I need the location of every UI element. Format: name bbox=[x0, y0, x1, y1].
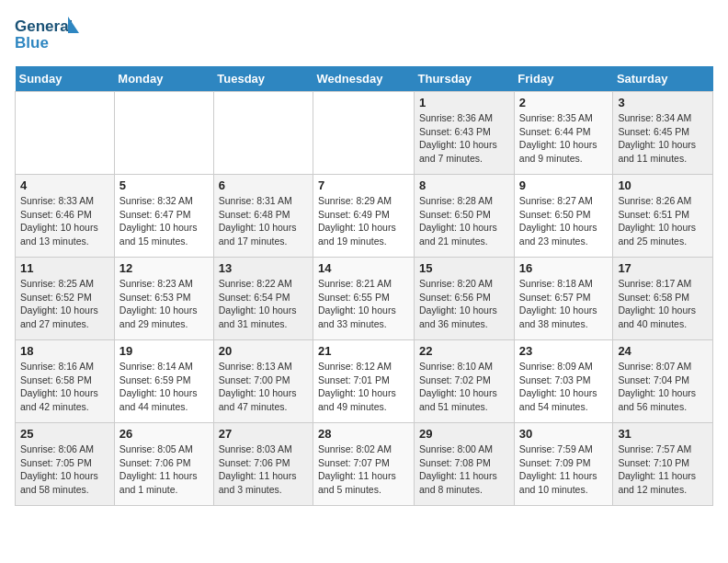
calendar-cell: 17Sunrise: 8:17 AM Sunset: 6:58 PM Dayli… bbox=[613, 258, 713, 340]
calendar-cell: 18Sunrise: 8:16 AM Sunset: 6:58 PM Dayli… bbox=[16, 340, 115, 423]
day-number: 14 bbox=[318, 261, 409, 275]
week-row-4: 18Sunrise: 8:16 AM Sunset: 6:58 PM Dayli… bbox=[16, 340, 713, 423]
day-number: 30 bbox=[519, 427, 609, 441]
day-number: 21 bbox=[318, 344, 409, 358]
week-row-1: 1Sunrise: 8:36 AM Sunset: 6:43 PM Daylig… bbox=[16, 92, 713, 175]
calendar-cell: 26Sunrise: 8:05 AM Sunset: 7:06 PM Dayli… bbox=[114, 423, 213, 506]
calendar-cell bbox=[114, 92, 213, 175]
calendar-table: SundayMondayTuesdayWednesdayThursdayFrid… bbox=[15, 66, 713, 506]
day-info: Sunrise: 7:59 AM Sunset: 7:09 PM Dayligh… bbox=[519, 442, 609, 497]
calendar-cell: 11Sunrise: 8:25 AM Sunset: 6:52 PM Dayli… bbox=[16, 258, 115, 340]
weekday-header-monday: Monday bbox=[114, 66, 213, 92]
day-info: Sunrise: 8:26 AM Sunset: 6:51 PM Dayligh… bbox=[618, 194, 708, 248]
day-info: Sunrise: 8:31 AM Sunset: 6:48 PM Dayligh… bbox=[219, 194, 308, 248]
weekday-header-thursday: Thursday bbox=[415, 66, 515, 92]
day-info: Sunrise: 8:27 AM Sunset: 6:50 PM Dayligh… bbox=[519, 194, 609, 248]
week-row-5: 25Sunrise: 8:06 AM Sunset: 7:05 PM Dayli… bbox=[16, 423, 713, 506]
day-info: Sunrise: 8:02 AM Sunset: 7:07 PM Dayligh… bbox=[318, 442, 409, 497]
calendar-cell: 19Sunrise: 8:14 AM Sunset: 6:59 PM Dayli… bbox=[114, 340, 213, 423]
page-header: GeneralBlue bbox=[15, 15, 713, 55]
calendar-cell: 5Sunrise: 8:32 AM Sunset: 6:47 PM Daylig… bbox=[114, 175, 213, 258]
day-number: 19 bbox=[119, 344, 209, 358]
day-number: 13 bbox=[219, 261, 308, 275]
calendar-cell: 24Sunrise: 8:07 AM Sunset: 7:04 PM Dayli… bbox=[613, 340, 713, 423]
day-info: Sunrise: 8:32 AM Sunset: 6:47 PM Dayligh… bbox=[119, 194, 209, 248]
calendar-cell: 6Sunrise: 8:31 AM Sunset: 6:48 PM Daylig… bbox=[213, 175, 313, 258]
day-number: 5 bbox=[119, 178, 209, 192]
day-number: 26 bbox=[119, 427, 209, 441]
day-info: Sunrise: 8:05 AM Sunset: 7:06 PM Dayligh… bbox=[119, 442, 209, 497]
day-number: 25 bbox=[20, 427, 109, 441]
day-number: 18 bbox=[20, 344, 109, 358]
day-info: Sunrise: 8:34 AM Sunset: 6:45 PM Dayligh… bbox=[618, 111, 708, 166]
day-info: Sunrise: 8:29 AM Sunset: 6:49 PM Dayligh… bbox=[318, 194, 409, 248]
day-number: 9 bbox=[519, 178, 609, 192]
calendar-cell: 8Sunrise: 8:28 AM Sunset: 6:50 PM Daylig… bbox=[415, 175, 515, 258]
calendar-cell: 31Sunrise: 7:57 AM Sunset: 7:10 PM Dayli… bbox=[613, 423, 713, 506]
day-info: Sunrise: 8:16 AM Sunset: 6:58 PM Dayligh… bbox=[20, 360, 109, 414]
weekday-header-saturday: Saturday bbox=[613, 66, 713, 92]
day-info: Sunrise: 8:13 AM Sunset: 7:00 PM Dayligh… bbox=[219, 360, 308, 414]
calendar-cell: 12Sunrise: 8:23 AM Sunset: 6:53 PM Dayli… bbox=[114, 258, 213, 340]
calendar-cell: 4Sunrise: 8:33 AM Sunset: 6:46 PM Daylig… bbox=[16, 175, 115, 258]
day-number: 10 bbox=[618, 178, 708, 192]
day-number: 24 bbox=[618, 344, 708, 358]
day-info: Sunrise: 8:20 AM Sunset: 6:56 PM Dayligh… bbox=[419, 277, 509, 331]
week-row-3: 11Sunrise: 8:25 AM Sunset: 6:52 PM Dayli… bbox=[16, 258, 713, 340]
calendar-cell bbox=[213, 92, 313, 175]
day-info: Sunrise: 8:21 AM Sunset: 6:55 PM Dayligh… bbox=[318, 277, 409, 331]
calendar-cell: 1Sunrise: 8:36 AM Sunset: 6:43 PM Daylig… bbox=[415, 92, 515, 175]
day-number: 7 bbox=[318, 178, 409, 192]
day-info: Sunrise: 8:18 AM Sunset: 6:57 PM Dayligh… bbox=[519, 277, 609, 331]
day-number: 3 bbox=[618, 96, 708, 109]
week-row-2: 4Sunrise: 8:33 AM Sunset: 6:46 PM Daylig… bbox=[16, 175, 713, 258]
day-number: 4 bbox=[20, 178, 109, 192]
svg-text:Blue: Blue bbox=[15, 34, 49, 52]
day-info: Sunrise: 8:23 AM Sunset: 6:53 PM Dayligh… bbox=[119, 277, 209, 331]
day-number: 8 bbox=[419, 178, 509, 192]
day-number: 31 bbox=[618, 427, 708, 441]
calendar-cell: 22Sunrise: 8:10 AM Sunset: 7:02 PM Dayli… bbox=[415, 340, 515, 423]
day-number: 22 bbox=[419, 344, 509, 358]
svg-text:General: General bbox=[15, 17, 73, 35]
calendar-cell bbox=[16, 92, 115, 175]
day-number: 28 bbox=[318, 427, 409, 441]
logo: GeneralBlue bbox=[15, 15, 79, 55]
calendar-cell: 2Sunrise: 8:35 AM Sunset: 6:44 PM Daylig… bbox=[514, 92, 613, 175]
day-info: Sunrise: 8:22 AM Sunset: 6:54 PM Dayligh… bbox=[219, 277, 308, 331]
calendar-cell: 28Sunrise: 8:02 AM Sunset: 7:07 PM Dayli… bbox=[313, 423, 415, 506]
weekday-header-row: SundayMondayTuesdayWednesdayThursdayFrid… bbox=[16, 66, 713, 92]
calendar-cell: 21Sunrise: 8:12 AM Sunset: 7:01 PM Dayli… bbox=[313, 340, 415, 423]
calendar-cell: 27Sunrise: 8:03 AM Sunset: 7:06 PM Dayli… bbox=[213, 423, 313, 506]
day-info: Sunrise: 8:35 AM Sunset: 6:44 PM Dayligh… bbox=[519, 111, 609, 166]
calendar-cell: 13Sunrise: 8:22 AM Sunset: 6:54 PM Dayli… bbox=[213, 258, 313, 340]
day-info: Sunrise: 8:00 AM Sunset: 7:08 PM Dayligh… bbox=[419, 442, 509, 497]
day-number: 16 bbox=[519, 261, 609, 275]
calendar-cell: 9Sunrise: 8:27 AM Sunset: 6:50 PM Daylig… bbox=[514, 175, 613, 258]
calendar-cell: 23Sunrise: 8:09 AM Sunset: 7:03 PM Dayli… bbox=[514, 340, 613, 423]
day-number: 6 bbox=[219, 178, 308, 192]
day-number: 11 bbox=[20, 261, 109, 275]
day-number: 23 bbox=[519, 344, 609, 358]
day-info: Sunrise: 8:28 AM Sunset: 6:50 PM Dayligh… bbox=[419, 194, 509, 248]
logo-svg: GeneralBlue bbox=[15, 15, 79, 55]
weekday-header-wednesday: Wednesday bbox=[313, 66, 415, 92]
day-info: Sunrise: 8:06 AM Sunset: 7:05 PM Dayligh… bbox=[20, 442, 109, 497]
day-info: Sunrise: 7:57 AM Sunset: 7:10 PM Dayligh… bbox=[618, 442, 708, 497]
weekday-header-tuesday: Tuesday bbox=[213, 66, 313, 92]
calendar-cell: 29Sunrise: 8:00 AM Sunset: 7:08 PM Dayli… bbox=[415, 423, 515, 506]
day-info: Sunrise: 8:14 AM Sunset: 6:59 PM Dayligh… bbox=[119, 360, 209, 414]
day-info: Sunrise: 8:12 AM Sunset: 7:01 PM Dayligh… bbox=[318, 360, 409, 414]
day-number: 15 bbox=[419, 261, 509, 275]
weekday-header-friday: Friday bbox=[514, 66, 613, 92]
day-info: Sunrise: 8:17 AM Sunset: 6:58 PM Dayligh… bbox=[618, 277, 708, 331]
calendar-cell: 3Sunrise: 8:34 AM Sunset: 6:45 PM Daylig… bbox=[613, 92, 713, 175]
day-number: 12 bbox=[119, 261, 209, 275]
day-number: 17 bbox=[618, 261, 708, 275]
day-number: 20 bbox=[219, 344, 308, 358]
day-info: Sunrise: 8:33 AM Sunset: 6:46 PM Dayligh… bbox=[20, 194, 109, 248]
calendar-cell: 10Sunrise: 8:26 AM Sunset: 6:51 PM Dayli… bbox=[613, 175, 713, 258]
calendar-cell: 15Sunrise: 8:20 AM Sunset: 6:56 PM Dayli… bbox=[415, 258, 515, 340]
calendar-cell: 16Sunrise: 8:18 AM Sunset: 6:57 PM Dayli… bbox=[514, 258, 613, 340]
day-number: 27 bbox=[219, 427, 308, 441]
